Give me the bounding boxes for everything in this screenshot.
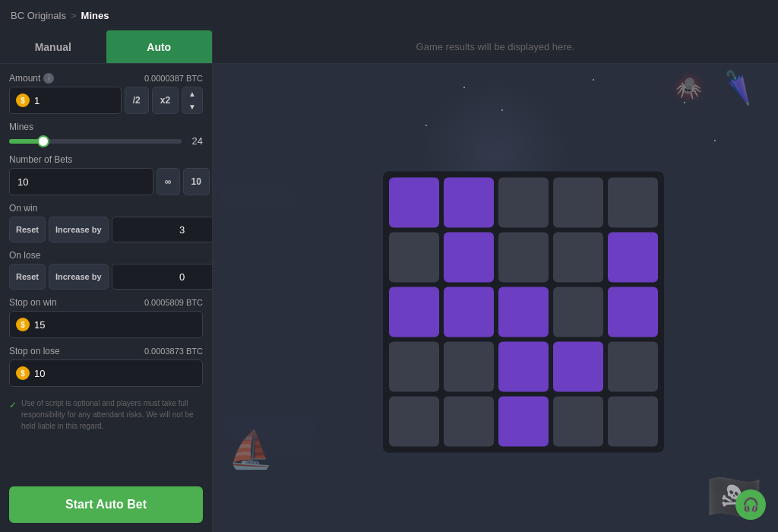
disclaimer-text: Use of script is optional and players mu… [21, 397, 203, 432]
mines-max-value: 24 [188, 135, 203, 147]
amount-btc-value: 0.0000387 BTC [144, 74, 203, 83]
grid-cell-3[interactable] [553, 178, 603, 228]
coin-icon: $ [16, 93, 30, 107]
stop-win-input-wrap: $ [9, 311, 203, 338]
game-scene: 🕷️ 🌂 🏴‍☠️ ⛵ [213, 64, 778, 532]
on-win-label: On win [9, 203, 203, 214]
on-win-row: Reset Increase by % [9, 217, 203, 242]
main-layout: Manual Auto Amount i 0.0000387 BTC $ /2 [0, 30, 778, 532]
grid-cell-0[interactable] [389, 178, 439, 228]
on-win-reset-button[interactable]: Reset [9, 217, 46, 242]
star-decoration [684, 102, 685, 103]
amount-up-button[interactable]: ▲ [182, 87, 202, 100]
grid-cell-9[interactable] [608, 233, 658, 283]
bets-infinity-button[interactable]: ∞ [157, 168, 180, 195]
grid-cell-14[interactable] [608, 287, 658, 337]
game-result-text: Game results will be displayed here. [416, 41, 575, 52]
mines-row: 24 [9, 135, 203, 147]
on-lose-increase-button[interactable]: Increase by [49, 264, 109, 290]
stop-lose-input-wrap: $ [9, 359, 203, 387]
grid-cell-18[interactable] [553, 342, 603, 392]
amount-section: Amount i 0.0000387 BTC $ /2 x2 ▲ ▼ [9, 73, 203, 114]
stop-lose-btc: 0.0003873 BTC [144, 347, 203, 356]
cloud-decoration [220, 185, 296, 208]
bets-label: Number of Bets [9, 154, 203, 165]
stop-win-coin-icon: $ [16, 318, 30, 331]
stop-win-btc: 0.0005809 BTC [144, 298, 203, 307]
mines-grid [383, 172, 664, 453]
bets-input[interactable] [9, 168, 153, 195]
grid-cell-10[interactable] [389, 287, 439, 337]
grid-cell-20[interactable] [389, 397, 439, 447]
star-decoration [501, 109, 503, 111]
amount-stepper: ▲ ▼ [182, 87, 203, 114]
disclaimer: ✓ Use of script is optional and players … [9, 394, 203, 435]
amount-input-wrap: $ [9, 87, 122, 114]
mines-section: Mines 24 [9, 122, 203, 147]
on-lose-section: On lose Reset Increase by % [9, 250, 203, 290]
grid-cell-5[interactable] [389, 233, 439, 283]
grid-cell-11[interactable] [444, 287, 494, 337]
stop-win-label: Stop on win 0.0005809 BTC [9, 297, 203, 308]
stop-lose-label: Stop on lose 0.0003873 BTC [9, 346, 203, 356]
bets-10-button[interactable]: 10 [183, 168, 210, 195]
amount-info-icon[interactable]: i [43, 73, 54, 84]
grid-cell-1[interactable] [444, 178, 494, 228]
number-of-bets-section: Number of Bets ∞ 10 100 [9, 154, 203, 195]
support-button[interactable]: 🎧 [735, 489, 766, 520]
grid-cell-23[interactable] [553, 397, 603, 447]
cloud-decoration [251, 437, 312, 456]
grid-cell-8[interactable] [553, 233, 603, 283]
stop-lose-input[interactable] [34, 368, 196, 379]
breadcrumb-separator: > [71, 10, 77, 21]
on-win-increase-button[interactable]: Increase by [49, 217, 109, 242]
on-lose-reset-button[interactable]: Reset [9, 264, 46, 290]
on-win-value-input[interactable] [112, 217, 212, 242]
on-lose-row: Reset Increase by % [9, 264, 203, 290]
right-panel: Game results will be displayed here. 🕷️ … [213, 30, 778, 532]
grid-cell-7[interactable] [498, 233, 549, 283]
grid-cell-17[interactable] [498, 342, 549, 392]
star-decoration [714, 140, 716, 141]
star-decoration [425, 125, 427, 126]
mines-slider[interactable] [9, 139, 182, 144]
tab-bar: Manual Auto [0, 30, 212, 64]
star-decoration [593, 79, 594, 81]
star-decoration [463, 87, 465, 88]
amount-input[interactable] [34, 95, 115, 106]
grid-cell-16[interactable] [444, 342, 494, 392]
grid-cell-21[interactable] [444, 397, 494, 447]
grid-cell-6[interactable] [444, 233, 494, 283]
breadcrumb-current: Mines [81, 10, 109, 21]
bets-row: ∞ 10 100 [9, 168, 203, 195]
amount-row: $ /2 x2 ▲ ▼ [9, 87, 203, 114]
tab-manual[interactable]: Manual [0, 30, 106, 63]
amount-down-button[interactable]: ▼ [182, 100, 202, 113]
stop-win-input[interactable] [34, 319, 196, 331]
stop-on-lose-section: Stop on lose 0.0003873 BTC $ [9, 346, 203, 387]
grid-cell-4[interactable] [608, 178, 658, 228]
disclaimer-icon: ✓ [9, 398, 17, 432]
grid-cell-19[interactable] [608, 342, 658, 392]
spider-decoration: 🕷️ [675, 75, 702, 100]
stop-on-win-section: Stop on win 0.0005809 BTC $ [9, 297, 203, 338]
grid-cell-12[interactable] [498, 287, 549, 337]
half-button[interactable]: /2 [125, 87, 149, 114]
umbrella-decoration: 🌂 [717, 68, 758, 107]
start-auto-bet-button[interactable]: Start Auto Bet [9, 486, 203, 523]
amount-label: Amount i 0.0000387 BTC [9, 73, 203, 84]
breadcrumb-parent[interactable]: BC Originals [11, 10, 66, 21]
tab-auto[interactable]: Auto [106, 30, 213, 63]
left-panel: Manual Auto Amount i 0.0000387 BTC $ /2 [0, 30, 213, 532]
mines-label: Mines [9, 122, 203, 132]
grid-cell-22[interactable] [498, 397, 549, 447]
grid-cell-2[interactable] [498, 178, 549, 228]
stop-lose-coin-icon: $ [16, 366, 30, 380]
grid-cell-15[interactable] [389, 342, 439, 392]
game-result-bar: Game results will be displayed here. [213, 30, 778, 64]
on-lose-value-input[interactable] [112, 264, 212, 290]
on-win-section: On win Reset Increase by % [9, 203, 203, 242]
double-button[interactable]: x2 [152, 87, 179, 114]
grid-cell-24[interactable] [608, 397, 658, 447]
grid-cell-13[interactable] [553, 287, 603, 337]
